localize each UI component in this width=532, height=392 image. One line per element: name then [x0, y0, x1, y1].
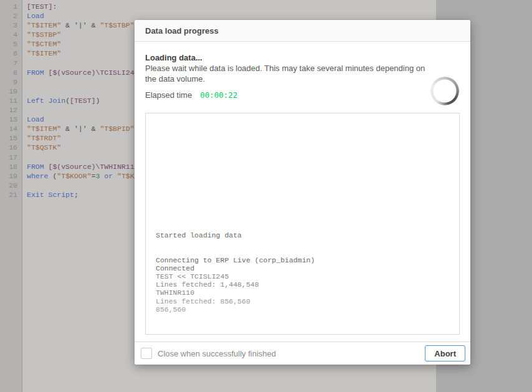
- code-text: Load: [27, 11, 44, 21]
- log-line: Connecting to ERP Live (corp_biadmin): [156, 256, 449, 264]
- line-number: 10: [0, 87, 17, 96]
- close-when-finished-label: Close when successfully finished: [158, 349, 425, 358]
- dialog-body: Loading data... Please wait while data i…: [135, 42, 470, 342]
- code-text: "T$QSTK": [27, 143, 61, 152]
- close-when-finished-checkbox[interactable]: [141, 348, 152, 359]
- code-text: FROM [$(vSource)\TCISLI24: [27, 68, 135, 77]
- line-number: 4: [0, 30, 17, 39]
- elapsed-time-row: Elapsed time 00:00:22: [145, 90, 460, 100]
- log-line: TWHINR110: [156, 289, 449, 297]
- load-log-content: Started loading dataConnecting to ERP Li…: [156, 231, 449, 313]
- line-number: 17: [0, 153, 17, 162]
- code-line: 1[TEST]:: [0, 2, 436, 11]
- dialog-footer: Close when successfully finished Abort: [135, 342, 470, 365]
- line-number: 8: [0, 68, 17, 77]
- line-number: 6: [0, 49, 17, 58]
- line-number: 15: [0, 133, 17, 143]
- status-message: Please wait while data is loaded. This m…: [145, 64, 427, 84]
- line-number: 13: [0, 115, 17, 124]
- line-number: 1: [0, 2, 17, 11]
- line-number: 11: [0, 96, 17, 105]
- log-line: TEST << TCISLI245: [156, 272, 449, 280]
- dialog-title: Data load progress: [145, 26, 219, 36]
- code-text: Exit Script;: [27, 190, 78, 199]
- log-line: Lines fetched: 856,560: [156, 297, 449, 305]
- line-number: 19: [0, 171, 17, 181]
- status-heading: Loading data...: [145, 53, 460, 62]
- line-number: 21: [0, 190, 17, 199]
- line-number: 18: [0, 162, 17, 171]
- code-text: [TEST]:: [27, 2, 57, 11]
- elapsed-time-value: 00:00:22: [200, 90, 237, 100]
- code-text: "T$CTEM": [27, 39, 61, 49]
- log-line: Started loading data: [156, 231, 449, 239]
- code-text: Load: [27, 115, 44, 124]
- line-number: 9: [0, 77, 17, 87]
- line-number: 16: [0, 143, 17, 152]
- code-text: Left Join([TEST]): [27, 96, 100, 105]
- line-number: 2: [0, 11, 17, 21]
- elapsed-time-label: Elapsed time: [145, 90, 192, 100]
- code-text: "T$ITEM" & '|' & "T$STBP": [27, 21, 135, 30]
- code-text: FROM [$(vSource)\TWHINR11: [27, 162, 135, 171]
- data-load-progress-dialog: Data load progress Loading data... Pleas…: [135, 20, 470, 365]
- line-number: 12: [0, 105, 17, 115]
- abort-button[interactable]: Abort: [425, 345, 465, 361]
- load-log-box: Started loading dataConnecting to ERP Li…: [145, 113, 460, 335]
- code-text: "T$ITEM": [27, 49, 61, 58]
- dialog-header: Data load progress: [135, 20, 470, 42]
- log-line: Lines fetched: 1,448,548: [156, 280, 449, 289]
- line-number: 5: [0, 39, 17, 49]
- code-text: "T$ITEM" & '|' & "T$BPID": [27, 124, 135, 133]
- log-line: [156, 247, 449, 256]
- log-line: 856,560: [156, 305, 449, 313]
- loading-spinner-icon: [430, 77, 459, 105]
- code-text: "T$STBP": [27, 30, 61, 39]
- code-text: where ("T$KOOR"=3 or "T$K: [27, 171, 135, 181]
- log-line: [156, 239, 449, 247]
- code-text: "T$TRDT": [27, 133, 61, 143]
- log-line: Connected: [156, 264, 449, 272]
- line-number: 20: [0, 181, 17, 190]
- code-line: 2Load: [0, 11, 436, 21]
- line-number: 3: [0, 21, 17, 30]
- line-number: 7: [0, 59, 17, 68]
- line-number: 14: [0, 124, 17, 133]
